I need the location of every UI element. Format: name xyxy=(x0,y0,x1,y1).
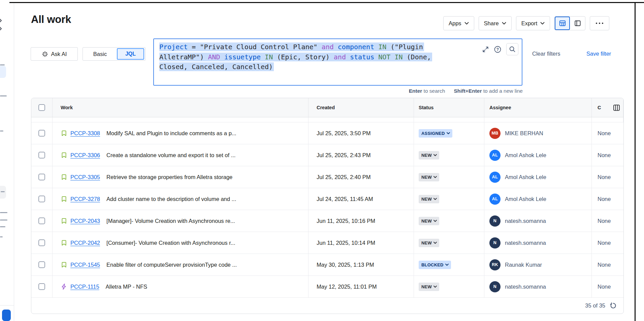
issue-summary[interactable]: Alletra MP - NFS xyxy=(106,284,147,290)
issue-summary[interactable]: Create a standalone volume and export it… xyxy=(106,152,235,158)
avatar[interactable]: AL xyxy=(489,150,501,161)
detail-view-button[interactable] xyxy=(570,17,585,30)
row-checkbox[interactable] xyxy=(38,174,45,180)
issue-key-link[interactable]: PCCP-3278 xyxy=(70,196,100,202)
jql-editor[interactable]: Project = "Private Cloud Control Plane" … xyxy=(153,38,522,86)
ask-ai-button[interactable]: Ask AI xyxy=(31,47,78,61)
status-badge[interactable]: NEW xyxy=(419,173,439,181)
avatar[interactable]: MB xyxy=(489,128,501,139)
list-view-button[interactable] xyxy=(555,17,570,30)
sidebar-bottom-button[interactable] xyxy=(2,310,11,321)
table-row[interactable]: PCCP-3278 Add cluster name to the descri… xyxy=(31,188,623,210)
avatar[interactable]: AL xyxy=(489,194,501,205)
table-row[interactable]: PCCP-3306 Create a standalone volume and… xyxy=(31,144,623,166)
sidebar-item-fragment xyxy=(1,191,5,192)
avatar[interactable]: AL xyxy=(489,172,501,183)
assignee-cell: AL Amol Ashok Lele xyxy=(484,188,592,210)
table-row[interactable]: PCCP-2042 [Consumer]- Volume Creation wi… xyxy=(31,232,623,254)
issue-key-link[interactable]: PCCP-3305 xyxy=(70,174,100,180)
manage-columns-icon[interactable] xyxy=(613,104,620,112)
assignee-name: natesh.somanna xyxy=(505,240,546,246)
table-row[interactable]: PCCP-3305 Retrieve the storage propertie… xyxy=(31,166,623,188)
expand-icon[interactable] xyxy=(482,46,489,53)
issue-summary[interactable]: Modify SAL and Plugin to include comment… xyxy=(106,130,236,137)
status-badge[interactable]: NEW xyxy=(419,217,439,225)
status-cell: NEW xyxy=(414,276,484,297)
table-row[interactable]: PCCP-3308 Modify SAL and Plugin to inclu… xyxy=(31,122,623,144)
status-badge[interactable]: BLOCKED xyxy=(419,261,451,269)
row-checkbox-cell xyxy=(31,122,53,144)
issue-summary[interactable]: [Manager]- Volume Creation with Asynchro… xyxy=(106,218,235,224)
chevron-down-icon xyxy=(433,242,437,244)
sidebar-selected-item[interactable] xyxy=(0,66,6,78)
column-header-work[interactable]: Work xyxy=(53,98,309,117)
avatar[interactable]: N xyxy=(489,237,501,249)
avatar[interactable]: N xyxy=(489,281,501,292)
column-header-created[interactable]: Created xyxy=(309,98,414,117)
chevron-down-icon xyxy=(447,132,450,134)
search-button[interactable] xyxy=(506,43,518,55)
status-label: NEW xyxy=(421,175,432,180)
table-header-row: Work Created Status Assignee C xyxy=(31,98,623,117)
avatar[interactable]: RK xyxy=(489,259,501,270)
status-badge[interactable]: ASSIGNED xyxy=(419,129,452,138)
status-badge[interactable]: NEW xyxy=(419,151,439,159)
row-checkbox[interactable] xyxy=(38,239,45,246)
help-icon[interactable]: ? xyxy=(494,46,502,53)
row-checkbox[interactable] xyxy=(38,196,45,202)
export-button[interactable]: Export xyxy=(516,16,550,30)
avatar[interactable]: N xyxy=(489,215,501,227)
row-checkbox[interactable] xyxy=(38,130,45,137)
sidebar xyxy=(0,3,14,321)
category-value: None xyxy=(598,174,611,180)
status-badge[interactable]: NEW xyxy=(419,283,439,291)
issue-summary[interactable]: Enable filter of computeServer provision… xyxy=(106,262,237,268)
refresh-icon[interactable] xyxy=(610,302,617,309)
clear-filters-button[interactable]: Clear filters xyxy=(532,51,560,57)
column-header-status[interactable]: Status xyxy=(414,98,484,117)
issue-summary[interactable]: Retrieve the storage properties from All… xyxy=(106,174,232,180)
row-checkbox-cell xyxy=(31,188,53,210)
save-filter-button[interactable]: Save filter xyxy=(586,51,611,57)
row-checkbox[interactable] xyxy=(38,217,45,224)
status-badge[interactable]: NEW xyxy=(419,239,439,247)
issue-summary[interactable]: Add cluster name to the description of v… xyxy=(106,196,236,202)
select-all-checkbox[interactable] xyxy=(38,104,45,111)
issue-key-link[interactable]: PCCP-3306 xyxy=(70,152,100,158)
chevron-right-icon[interactable] xyxy=(0,18,3,23)
issue-summary[interactable]: [Consumer]- Volume Creation with Asynchr… xyxy=(106,240,235,246)
jql-mode-button[interactable]: JQL xyxy=(117,48,144,60)
status-badge[interactable]: NEW xyxy=(419,195,439,203)
status-label: NEW xyxy=(421,284,432,289)
basic-mode-button[interactable]: Basic xyxy=(83,48,117,60)
status-label: BLOCKED xyxy=(421,262,444,267)
status-cell: ASSIGNED xyxy=(414,122,484,144)
table-row[interactable]: PCCP-1115 Alletra MP - NFS May 12, 2025,… xyxy=(31,276,623,298)
category-cell: None xyxy=(592,122,623,144)
issue-key-link[interactable]: PCCP-1115 xyxy=(70,284,99,290)
issue-key-link[interactable]: PCCP-2043 xyxy=(70,218,100,224)
table-row[interactable]: PCCP-1545 Enable filter of computeServer… xyxy=(31,254,623,276)
more-options-button[interactable] xyxy=(590,16,609,30)
table-row[interactable]: PCCP-2043 [Manager]- Volume Creation wit… xyxy=(31,210,623,232)
column-header-assignee[interactable]: Assignee xyxy=(484,98,592,117)
row-checkbox[interactable] xyxy=(38,283,45,290)
column-header-truncated-label[interactable]: C xyxy=(598,105,601,110)
row-checkbox[interactable] xyxy=(38,261,45,268)
status-cell: NEW xyxy=(414,232,484,254)
apps-button[interactable]: Apps xyxy=(443,16,474,30)
row-checkbox[interactable] xyxy=(38,152,45,158)
issue-key-link[interactable]: PCCP-3308 xyxy=(70,130,100,137)
sidebar-hover-item[interactable] xyxy=(0,186,6,199)
table-view-icon xyxy=(559,20,566,27)
share-button[interactable]: Share xyxy=(479,16,512,30)
export-button-label: Export xyxy=(521,20,538,27)
sidebar-item-fragment xyxy=(0,130,3,132)
issue-key-link[interactable]: PCCP-1545 xyxy=(70,262,100,268)
window-frame-right xyxy=(635,2,636,321)
sidebar-item-fragment xyxy=(0,236,3,237)
issue-key-link[interactable]: PCCP-2042 xyxy=(70,240,100,246)
assignee-cell: MB MIKE BERHAN xyxy=(484,122,592,144)
created-date: Jun 11, 2025, 10:14 PM xyxy=(309,232,414,254)
chevron-right-icon[interactable] xyxy=(0,26,3,31)
